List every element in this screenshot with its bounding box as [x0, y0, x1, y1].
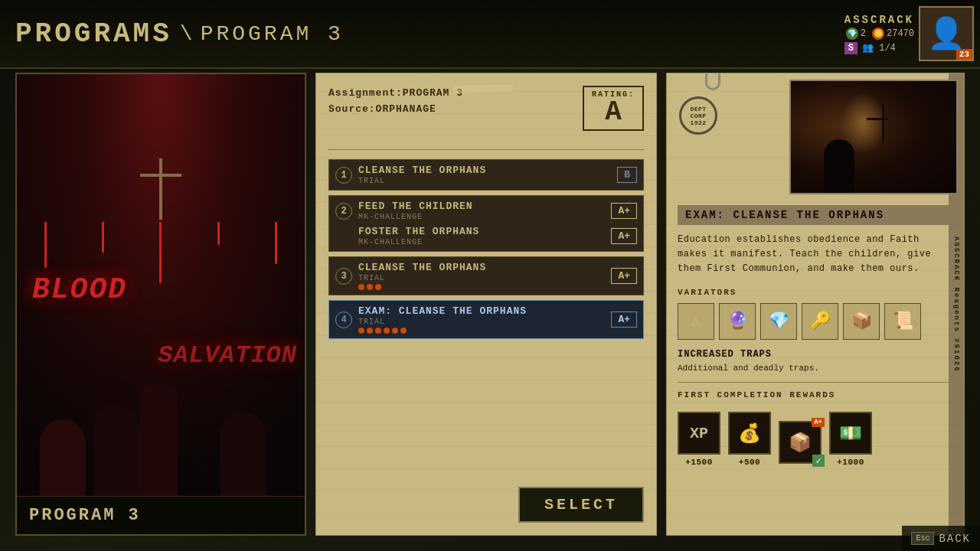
reward-label-cash2: +1000 [837, 458, 864, 467]
item-icon: 📦 [789, 432, 812, 454]
left-panel: BLOOD SALVATION PROGRAM 3 [15, 73, 306, 536]
variator-icon-4: 🔑 [802, 303, 838, 340]
rewards-divider [678, 382, 953, 383]
mission-text-1: CLEANSE THE ORPHANS TRIAL [358, 165, 611, 185]
mission-content-2b: FOSTER THE ORPHANS MK-CHALLENGE A+ [329, 226, 643, 251]
program-label-bar: PROGRAM 3 [17, 496, 305, 534]
mission-content-4: 4 EXAM: CLEANSE THE ORPHANS TRIAL [329, 301, 643, 338]
user-stats: 💎 2 🪙 27470 [844, 28, 914, 40]
reward-icon-xp: XP [678, 412, 720, 455]
cross-vert [882, 103, 884, 142]
drip-1 [44, 222, 47, 268]
cash2-icon: 💵 [839, 422, 862, 445]
gold-icon: 🪙 [872, 28, 884, 40]
variator-icon-3: 💎 [760, 303, 797, 340]
stat-gold: 🪙 27470 [872, 28, 914, 40]
user-second-row: S 👥 1/4 [844, 42, 914, 54]
reward-icon-cash2: 💵 [829, 412, 872, 455]
xp-star: XP [690, 425, 708, 442]
header-divider [328, 149, 644, 150]
cross-horiz [867, 118, 888, 120]
rating-value: A [592, 99, 635, 126]
assignment-line1: Assignment:PROGRAM 3 [328, 86, 463, 102]
mission-num-1: 1 [335, 167, 352, 184]
tape-top [452, 83, 513, 93]
stamp-inner: DEPTCORP1922 [690, 106, 706, 126]
mission-rating-4: A+ [611, 311, 637, 328]
mission-text-2b: FOSTER THE ORPHANS MK-CHALLENGE [358, 226, 605, 246]
mission-num-2: 2 [335, 203, 352, 220]
program-image: BLOOD SALVATION [17, 74, 305, 496]
rank-badge: S [844, 42, 858, 54]
variator-icon-5: 📦 [843, 303, 880, 340]
team-size: 👥 1/4 [862, 42, 896, 54]
variator-icon-2: 🔮 [719, 303, 756, 340]
mission-item-4[interactable]: 4 EXAM: CLEANSE THE ORPHANS TRIAL [328, 300, 644, 339]
dot-3-3 [375, 284, 381, 290]
right-inner: EXAM: CLEANSE THE ORPHANS Education esta… [667, 196, 964, 535]
right-panel: DEPTCORP1922 ASSCRACK Reagents #91026 EX… [666, 73, 965, 536]
program-subtitle: PROGRAM 3 [201, 22, 344, 46]
middle-inner: Assignment:PROGRAM 3 Source:ORPHANAGE RA… [316, 73, 656, 535]
mission-content-3: 3 CLEANSE THE ORPHANS TRIAL A+ [329, 257, 643, 295]
main-content: BLOOD SALVATION PROGRAM 3 Assignment:PRO… [15, 73, 965, 536]
variators-label: VARIATORS [678, 288, 953, 297]
mission-text-2: FEED THE CHILDREN MK-CHALLENGE [358, 201, 605, 221]
level-badge: 23 [956, 49, 972, 60]
mission-num-3: 3 [335, 268, 352, 285]
dot-4-6 [400, 328, 407, 334]
reward-item-cash2: 💵 +1000 [829, 412, 872, 467]
mission-item-1[interactable]: 1 CLEANSE THE ORPHANS TRIAL B [328, 159, 644, 191]
cash-icon: 💰 [738, 422, 761, 445]
gems-value: 2 [861, 28, 866, 39]
art-cross [159, 158, 162, 220]
reward-label-cash: +500 [739, 458, 760, 467]
mission-text-4: EXAM: CLEANSE THE ORPHANS TRIAL [358, 305, 605, 334]
stat-gems: 💎 2 [846, 28, 866, 40]
dot-4-5 [392, 328, 398, 334]
mission-item-2[interactable]: 2 FEED THE CHILDREN MK-CHALLENGE A+ FOST… [328, 195, 644, 252]
checkmark-icon: ✓ [812, 455, 825, 467]
dot-3-1 [358, 284, 364, 290]
dot-4-2 [367, 328, 373, 334]
figure-1 [40, 419, 86, 496]
mission-rating-3: A+ [611, 268, 637, 284]
mission-content-1: 1 CLEANSE THE ORPHANS TRIAL B [329, 160, 643, 190]
drip-4 [217, 222, 220, 245]
rating-box: RATING: A [583, 86, 644, 131]
user-panel: ASSCRACK 💎 2 🪙 27470 S 👥 1/4 👤 23 [844, 6, 974, 61]
title-separator: \ [180, 22, 193, 46]
variator-name: INCREASED TRAPS [678, 349, 953, 360]
user-info: ASSCRACK 💎 2 🪙 27470 S 👥 1/4 [844, 14, 914, 54]
variator-desc: Additional and deadly traps. [678, 362, 953, 375]
rewards-label: FIRST COMPLETION REWARDS [678, 390, 953, 399]
reward-label-xp: +1500 [685, 458, 713, 467]
avatar-icon: 👤 [927, 15, 965, 53]
missions-list: 1 CLEANSE THE ORPHANS TRIAL B 2 FE [328, 159, 644, 479]
drip-2 [102, 222, 104, 253]
mission-rating-1: B [617, 167, 637, 183]
assignment-info: Assignment:PROGRAM 3 Source:ORPHANAGE [328, 86, 463, 118]
photo-figure [824, 139, 854, 193]
mission-num-4: 4 [335, 311, 352, 328]
select-button[interactable]: SELECT [518, 487, 644, 523]
photo-inner [791, 81, 956, 193]
variator-icon-1: ⚠️ [678, 303, 714, 340]
paper-clip [705, 73, 720, 90]
user-avatar[interactable]: 👤 23 [919, 6, 974, 61]
reward-item-xp: XP +1500 [678, 412, 720, 467]
username: ASSCRACK [844, 14, 914, 26]
exam-title: EXAM: CLEANSE THE ORPHANS [678, 205, 953, 225]
variators-row: ⚠️ 🔮 💎 🔑 📦 📜 [678, 303, 953, 340]
mission-text-3: CLEANSE THE ORPHANS TRIAL [358, 262, 605, 290]
mission-title-2: FEED THE CHILDREN [358, 201, 605, 212]
mission-title-1: CLEANSE THE ORPHANS [358, 165, 611, 176]
reward-icon-item: 📦 A+ ✓ [779, 421, 822, 464]
reward-item-cash: 💰 +500 [728, 412, 771, 467]
mission-rating-2b: A+ [611, 228, 637, 244]
rewards-row: XP +1500 💰 +500 📦 A+ ✓ [678, 412, 953, 467]
gold-value: 27470 [887, 28, 914, 39]
mission-item-3[interactable]: 3 CLEANSE THE ORPHANS TRIAL A+ [328, 256, 644, 295]
top-bar: PROGRAMS \ PROGRAM 3 ASSCRACK 💎 2 🪙 2747… [0, 0, 980, 69]
mission-type-2: MK-CHALLENGE [358, 213, 605, 221]
